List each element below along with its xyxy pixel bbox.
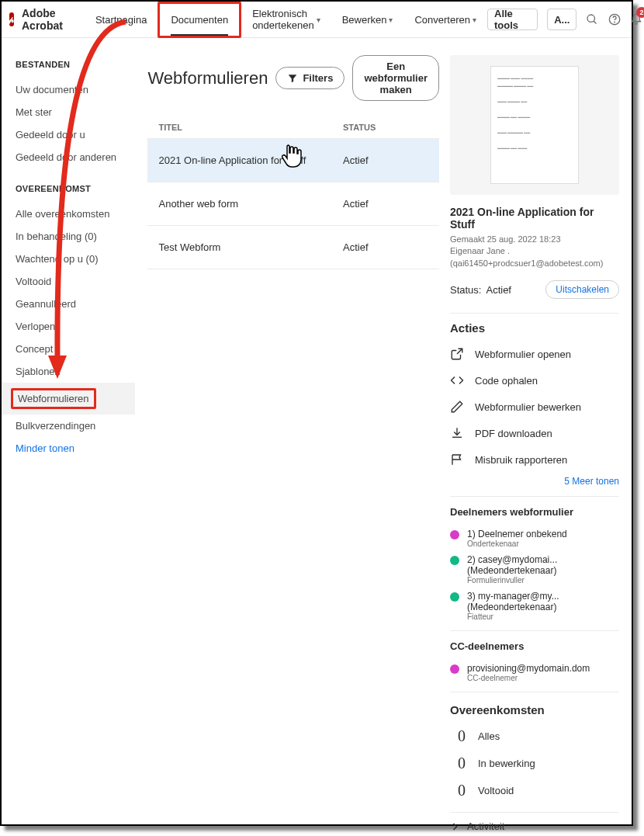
sidebar-group-files: BESTANDEN <box>16 60 135 69</box>
chevron-down-icon: ▾ <box>389 16 393 24</box>
nav-convert-label: Converteren <box>414 14 470 26</box>
row-title: Test Webform <box>158 241 343 253</box>
participant-row: 1) Deelnemer onbekend Ondertekenaar <box>450 526 619 551</box>
chevron-down-icon: ▾ <box>317 16 320 24</box>
detail-title: 2021 On-line Application for Stuff <box>450 206 619 231</box>
action-report-abuse[interactable]: Misbruik rapporteren <box>450 446 619 473</box>
sidebar-item-shared-by-you[interactable]: Gedeeld door u <box>16 123 135 146</box>
nav-home[interactable]: Startpagina <box>85 2 158 38</box>
profile-label: A... <box>554 14 570 26</box>
participant-role: Fiatteur <box>467 612 559 621</box>
action-label: Webformulier bewerken <box>475 401 581 413</box>
cc-name: provisioning@mydomain.dom <box>467 663 590 674</box>
participant-num: 3) <box>467 591 476 602</box>
participant-name: Deelnemer onbekend <box>478 529 567 539</box>
download-icon <box>450 426 464 440</box>
agreement-count: 0 <box>450 727 466 745</box>
participant-dot-icon <box>450 530 459 539</box>
external-link-icon <box>450 347 464 361</box>
profile-button[interactable]: A... <box>547 9 576 30</box>
sidebar: BESTANDEN Uw documenten Met ster Gedeeld… <box>2 38 135 824</box>
action-label: Misbruik rapporteren <box>475 454 567 466</box>
create-webform-button[interactable]: Een webformulier maken <box>352 55 439 101</box>
action-label: Code ophalen <box>475 375 538 387</box>
row-title: Another web form <box>158 198 343 210</box>
nav-documents[interactable]: Documenten <box>158 2 241 38</box>
action-open-webform[interactable]: Webformulier openen <box>450 341 619 367</box>
actions-title: Acties <box>450 321 619 335</box>
detail-created: Gemaakt 25 aug. 2022 18:23 <box>450 234 619 245</box>
status-value: Actief <box>486 284 511 296</box>
action-get-code[interactable]: Code ophalen <box>450 367 619 394</box>
participant-role: Ondertekenaar <box>467 539 567 548</box>
sidebar-item-all-agreements[interactable]: Alle overeenkomsten <box>16 203 135 225</box>
filters-button[interactable]: Filters <box>275 67 345 89</box>
sidebar-item-draft[interactable]: Concept <box>16 338 135 360</box>
help-icon[interactable] <box>608 12 621 27</box>
sidebar-item-your-documents[interactable]: Uw documenten <box>16 78 135 101</box>
all-tools-button[interactable]: Alle tools <box>487 9 538 30</box>
table-row[interactable]: Test Webform Actief <box>147 225 439 269</box>
sidebar-item-webforms-label: Webformulieren <box>11 388 96 409</box>
sidebar-item-waiting[interactable]: Wachtend op u (0) <box>16 248 135 270</box>
acrobat-logo-icon: 𝓅 <box>9 12 14 26</box>
row-title: 2021 On-line Application for Stuff <box>158 154 343 166</box>
participants-title: Deelnemers webformulier <box>450 506 619 518</box>
agreement-count: 0 <box>450 754 466 772</box>
participant-dot-icon <box>450 556 459 565</box>
page-title: Webformulieren <box>147 68 268 88</box>
notifications-icon[interactable]: 2 <box>630 12 642 27</box>
nav-esign-label: Elektronisch ondertekenen <box>252 8 314 31</box>
participant-sub: (Medeondertekenaar) <box>467 602 559 612</box>
table-row[interactable]: 2021 On-line Application for Stuff Actie… <box>147 138 439 182</box>
cc-title: CC-deelnemers <box>450 640 619 652</box>
column-header-title: TITEL <box>158 123 343 132</box>
sidebar-item-cancelled[interactable]: Geannulleerd <box>16 293 135 315</box>
participant-row: 3) my-manager@my... (Medeondertekenaar) … <box>450 588 619 624</box>
document-thumbnail[interactable]: ▬▬▬▬ ▬▬▬ ▬▬▬▬▬▬▬▬▬ ▬▬▬▬ ▬▬▬▬▬ ▬▬▬▬ ▬▬▬▬▬… <box>450 55 619 195</box>
agreement-count: 0 <box>450 782 466 800</box>
sidebar-show-less[interactable]: Minder tonen <box>16 437 135 460</box>
sidebar-item-completed[interactable]: Voltooid <box>16 270 135 293</box>
cc-dot-icon <box>450 664 459 674</box>
participant-num: 1) <box>467 529 476 539</box>
row-status: Actief <box>343 241 428 253</box>
column-header-status: STATUS <box>343 123 428 132</box>
show-more-actions[interactable]: 5 Meer tonen <box>450 476 619 487</box>
action-download-pdf[interactable]: PDF downloaden <box>450 420 619 446</box>
pencil-icon <box>450 400 464 414</box>
agreement-count-row[interactable]: 0 In bewerking <box>450 750 619 777</box>
filter-icon <box>287 73 298 84</box>
detail-owner: Eigenaar Jane . <box>450 245 619 257</box>
nav-convert[interactable]: Converteren▾ <box>403 2 487 38</box>
brand-name: Adobe Acrobat <box>22 7 63 32</box>
sidebar-item-in-progress[interactable]: In behandeling (0) <box>16 225 135 248</box>
code-icon <box>450 373 464 387</box>
nav-edit[interactable]: Bewerken▾ <box>331 2 404 38</box>
chevron-right-icon <box>450 822 459 831</box>
disable-button[interactable]: Uitschakelen <box>545 280 619 299</box>
sidebar-item-webforms[interactable]: Webformulieren <box>2 383 135 415</box>
nav-esign[interactable]: Elektronisch ondertekenen▾ <box>241 2 331 38</box>
action-edit-webform[interactable]: Webformulier bewerken <box>450 394 619 420</box>
main-nav: Startpagina Documenten Elektronisch onde… <box>85 2 487 38</box>
agreement-count-row[interactable]: 0 Voltooid <box>450 777 619 804</box>
sidebar-item-starred[interactable]: Met ster <box>16 101 135 123</box>
sidebar-item-expired[interactable]: Verlopen <box>16 315 135 338</box>
search-icon[interactable] <box>586 12 598 27</box>
agreement-count-row[interactable]: 0 Alles <box>450 723 619 750</box>
flag-icon <box>450 453 464 467</box>
sidebar-item-bulk[interactable]: Bulkverzendingen <box>16 415 135 437</box>
cc-role: CC-deelnemer <box>467 674 590 682</box>
status-label: Status: <box>450 284 481 296</box>
table-row[interactable]: Another web form Actief <box>147 182 439 225</box>
sidebar-item-shared-by-others[interactable]: Gedeeld door anderen <box>16 146 135 168</box>
row-status: Actief <box>343 154 428 166</box>
sidebar-item-templates[interactable]: Sjablonen <box>16 360 135 383</box>
activity-label: Activiteit <box>467 820 504 832</box>
activity-toggle[interactable]: Activiteit <box>450 812 619 836</box>
agreements-title: Overeenkomsten <box>450 703 619 716</box>
filters-label: Filters <box>303 72 333 84</box>
list-area: Webformulieren Filters Een webformulier … <box>147 55 439 824</box>
participant-num: 2) <box>467 554 476 565</box>
